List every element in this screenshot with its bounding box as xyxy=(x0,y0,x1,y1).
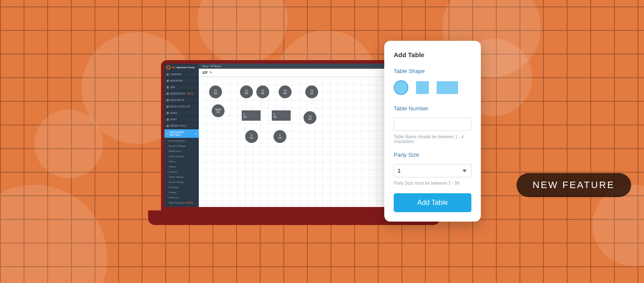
table-round[interactable]: T50/2 xyxy=(279,85,292,98)
shape-options xyxy=(394,80,471,95)
sidebar-item[interactable]: TAXES xyxy=(164,110,199,116)
table-canvas[interactable]: T10/2T20/2T30/2T50/2T60/2Table90/3T80/38… xyxy=(199,77,394,207)
table-round[interactable]: T10/2 xyxy=(209,85,222,98)
shop-selector-label: Shop : All Shops xyxy=(202,65,221,67)
nav-icon xyxy=(167,119,169,121)
sidebar-sub-item[interactable]: Dine-in xyxy=(164,159,199,164)
table-round[interactable]: 80/2 xyxy=(245,130,258,143)
sidebar-item[interactable]: RESERVATION[BETA] xyxy=(164,91,199,97)
sidebar-sub-item[interactable]: Service Charge xyxy=(164,180,199,185)
sidebar-item[interactable]: RESTAURANT SETTINGS▾ xyxy=(164,129,199,138)
table-round[interactable]: Table90/3 xyxy=(212,104,225,117)
sidebar-item-label: RESERVATION xyxy=(170,92,185,95)
sidebar-sub-item[interactable]: Takeout xyxy=(164,164,199,169)
sidebar-sub-item[interactable]: Printer List xyxy=(164,195,199,200)
table-shape-label: Table Shape xyxy=(394,68,471,74)
table-round[interactable]: 40/5 xyxy=(273,130,286,143)
brand-logo-icon xyxy=(166,65,170,70)
shape-option-rectangle[interactable] xyxy=(437,81,458,94)
add-table-modal: Add Table Table Shape Table Number Table… xyxy=(384,41,481,222)
sidebar-item-label: STAFF xyxy=(170,118,176,121)
brand-row: 365 Merchant Portal xyxy=(164,64,199,71)
sidebar-sub-item-label: Table Map Setup xyxy=(169,201,185,204)
beta-tag: [BETA] xyxy=(186,201,193,204)
party-size-select[interactable]: 1 xyxy=(394,164,471,177)
shape-option-square[interactable] xyxy=(416,81,429,94)
table-round[interactable]: T20/2 xyxy=(240,85,253,98)
sidebar-sub-item[interactable]: Queuing xyxy=(164,169,199,174)
floor-label: 1/F xyxy=(202,70,208,75)
brand-text: 365 xyxy=(171,66,176,69)
sidebar-item-label: CRM xyxy=(170,86,175,88)
table-round[interactable]: T60/2 xyxy=(305,85,318,98)
app-sidebar: 365 Merchant Portal OVERVIEWREPORTINGCRM… xyxy=(164,64,199,207)
nav-icon xyxy=(167,125,169,127)
sidebar-sub-item[interactable]: Table Map Setup [BETA] xyxy=(164,200,199,205)
add-table-button[interactable]: Add Table xyxy=(394,193,471,212)
sidebar-sub-item[interactable]: Online Ordering xyxy=(164,154,199,159)
decorative-bubble xyxy=(34,110,103,178)
nav-icon xyxy=(167,80,169,82)
nav-icon xyxy=(167,86,169,88)
sidebar-item-label: REPORTING xyxy=(170,79,183,82)
table-square[interactable]: 30/2 xyxy=(242,110,261,121)
table-number-input[interactable] xyxy=(394,118,471,131)
new-feature-badge: NEW FEATURE xyxy=(516,173,631,197)
sidebar-sub-item[interactable]: Media Group xyxy=(164,149,199,154)
edit-floor-icon[interactable]: ✎ xyxy=(210,71,212,74)
nav-icon xyxy=(167,106,169,108)
sidebar-item-label: RESTAURANT SETTINGS xyxy=(170,131,194,136)
nav-icon xyxy=(167,112,169,114)
sidebar-item[interactable]: REPORTING xyxy=(164,78,199,84)
sidebar-sub-item[interactable]: Printing xyxy=(164,190,199,195)
chevron-down-icon: ▾ xyxy=(195,132,197,135)
brand-subtitle: Merchant Portal xyxy=(176,66,194,69)
sidebar-item-label: IMPORT TOOLS xyxy=(170,125,186,127)
sidebar-sub-item[interactable]: Rounding xyxy=(164,185,199,190)
sidebar-item-label: OVERVIEW xyxy=(170,73,182,76)
nav-icon xyxy=(167,93,169,95)
nav-icon xyxy=(167,133,169,135)
sidebar-item[interactable]: OVERVIEW xyxy=(164,71,199,78)
beta-tag: [BETA] xyxy=(187,92,194,95)
sidebar-item-label: MENU ACTION LOG xyxy=(170,105,190,108)
party-size-hint: Party Size must be between 1 - 99 xyxy=(394,181,471,186)
modal-title: Add Table xyxy=(394,51,471,58)
nav-icon xyxy=(167,99,169,101)
sidebar-item[interactable]: IMPORT TOOLS xyxy=(164,123,199,129)
sidebar-sub-item[interactable]: Basic Information xyxy=(164,138,199,143)
table-number-hint: Table Name should be between 1 - 4 chara… xyxy=(394,134,471,144)
table-round[interactable]: T80/3 xyxy=(304,111,316,124)
sidebar-sub-item[interactable]: Payment Settings xyxy=(164,143,199,149)
table-number-label: Table Number xyxy=(394,105,471,112)
table-round[interactable]: T30/2 xyxy=(256,85,269,98)
sidebar-item-label: TAXES xyxy=(170,112,177,114)
nav-icon xyxy=(167,73,169,76)
sidebar-item[interactable]: STAFF xyxy=(164,116,199,123)
sidebar-item-label: MENU SETUP xyxy=(170,99,184,101)
sidebar-item[interactable]: MENU SETUP xyxy=(164,97,199,103)
party-size-label: Party Size xyxy=(394,152,471,158)
sidebar-item[interactable]: MENU ACTION LOG xyxy=(164,103,199,110)
sidebar-item[interactable]: CRM xyxy=(164,84,199,91)
table-square[interactable]: 50/2 xyxy=(272,110,291,121)
shape-option-circle[interactable] xyxy=(394,80,408,95)
sidebar-sub-item[interactable]: Tender Settings xyxy=(164,174,199,180)
